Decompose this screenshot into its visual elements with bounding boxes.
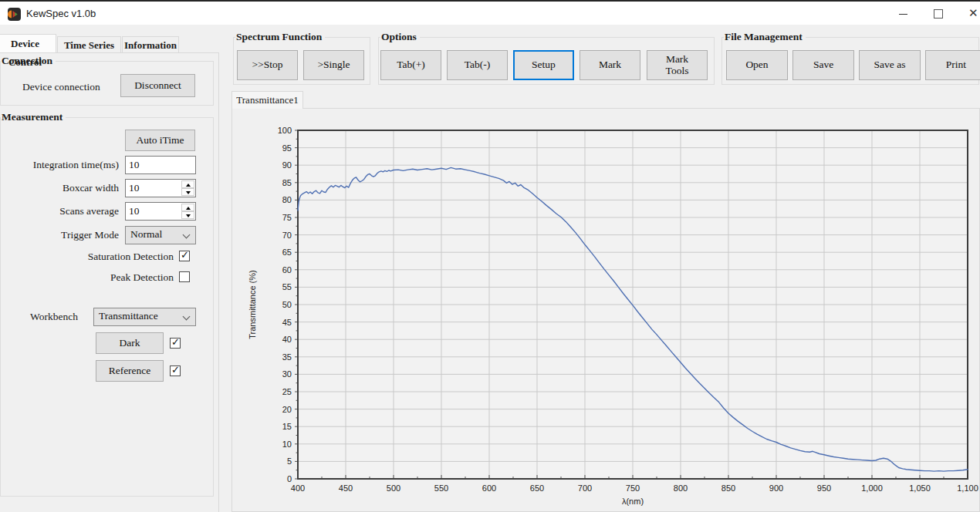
- svg-text:85: 85: [282, 178, 292, 187]
- disconnect-button-label: Disconnect: [134, 80, 181, 92]
- setup-button[interactable]: Setup: [513, 50, 574, 80]
- tab-plus-button[interactable]: Tab(+): [380, 50, 441, 80]
- svg-text:450: 450: [339, 483, 353, 493]
- mark-button[interactable]: Mark: [580, 50, 640, 80]
- svg-text:10: 10: [282, 440, 292, 449]
- svg-text:55: 55: [282, 282, 292, 291]
- svg-text:25: 25: [282, 387, 292, 396]
- file-management-legend: File Management: [724, 31, 806, 43]
- scans-average-stepper: [125, 202, 196, 221]
- tab-information[interactable]: Information: [122, 36, 179, 52]
- tab-minus-button[interactable]: Tab(-): [447, 50, 508, 80]
- measurement-legend: Measurement: [1, 111, 66, 123]
- svg-text:600: 600: [482, 483, 496, 493]
- svg-text:15: 15: [282, 422, 292, 431]
- spectrum-function-groupbox: Spectrum Function >>Stop >Single: [233, 37, 370, 85]
- trigger-mode-select[interactable]: Normal: [125, 226, 196, 244]
- svg-text:35: 35: [282, 352, 292, 362]
- svg-text:800: 800: [674, 483, 688, 493]
- tab-information-label: Information: [124, 39, 177, 51]
- auto-itime-label: Auto iTime: [136, 135, 184, 147]
- workbench-value: Transmittance: [99, 310, 158, 322]
- svg-text:90: 90: [282, 160, 292, 170]
- tab-device-control[interactable]: Device Control: [0, 34, 56, 52]
- svg-text:45: 45: [282, 318, 292, 327]
- spinner-down-icon: [186, 214, 191, 217]
- boxcar-spin-up-button[interactable]: [181, 180, 194, 188]
- mark-button-label: Mark: [599, 59, 621, 71]
- svg-text:0: 0: [287, 474, 292, 483]
- integration-time-input[interactable]: [125, 156, 196, 174]
- reference-button[interactable]: Reference: [96, 360, 164, 382]
- scans-average-label: Scans average: [7, 205, 119, 217]
- options-groupbox: Options Tab(+) Tab(-) Setup Mark Mark To…: [378, 37, 715, 85]
- y-axis-title: Transmittance (%): [248, 270, 257, 339]
- svg-text:1,100: 1,100: [957, 483, 978, 493]
- svg-text:50: 50: [282, 300, 292, 309]
- tab-transmittance1[interactable]: Transmittance1: [231, 91, 303, 109]
- chevron-down-icon: [183, 313, 191, 321]
- chart-panel: 4004505005506006507007508008509009501,00…: [231, 108, 980, 512]
- trigger-mode-label: Trigger Mode: [7, 229, 119, 241]
- svg-text:100: 100: [278, 126, 292, 135]
- minimize-button[interactable]: [885, 2, 921, 26]
- single-button[interactable]: >Single: [303, 50, 364, 80]
- boxcar-width-input[interactable]: [126, 180, 180, 197]
- svg-text:30: 30: [282, 369, 292, 379]
- saturation-detection-checkbox[interactable]: [179, 251, 190, 261]
- close-icon: ✕: [968, 6, 978, 20]
- peak-detection-checkbox[interactable]: [179, 271, 190, 282]
- dark-checkbox[interactable]: [170, 338, 181, 349]
- open-button[interactable]: Open: [726, 50, 788, 80]
- boxcar-spin-buttons: [181, 180, 194, 196]
- save-button[interactable]: Save: [792, 50, 854, 80]
- stop-button-label: >>Stop: [252, 59, 283, 71]
- svg-text:400: 400: [291, 483, 305, 493]
- boxcar-width-label: Boxcar width: [7, 182, 119, 194]
- device-connection-label: Device connection: [22, 81, 100, 93]
- scans-spin-up-button[interactable]: [181, 204, 194, 211]
- workbench-label: Workbench: [7, 311, 78, 323]
- svg-text:40: 40: [282, 335, 292, 344]
- chevron-down-icon: [183, 231, 191, 239]
- stop-button[interactable]: >>Stop: [237, 50, 298, 80]
- print-button-label: Print: [946, 59, 966, 71]
- svg-text:1,000: 1,000: [861, 483, 883, 493]
- app-logo-icon: [8, 8, 21, 21]
- workbench-select[interactable]: Transmittance: [93, 308, 196, 326]
- print-button[interactable]: Print: [925, 50, 980, 80]
- close-button[interactable]: ✕: [956, 2, 980, 26]
- dark-button-label: Dark: [120, 338, 140, 349]
- spinner-down-icon: [186, 191, 191, 194]
- svg-text:700: 700: [578, 483, 592, 493]
- mark-tools-button[interactable]: Mark Tools: [647, 50, 708, 80]
- maximize-button[interactable]: [921, 2, 956, 26]
- spinner-up-icon: [186, 184, 191, 187]
- reference-checkbox[interactable]: [170, 365, 181, 376]
- tab-time-series-label: Time Series: [64, 39, 114, 51]
- trigger-mode-value: Normal: [130, 228, 162, 240]
- svg-text:5: 5: [287, 456, 292, 466]
- svg-text:95: 95: [282, 143, 292, 153]
- disconnect-button[interactable]: Disconnect: [120, 74, 195, 97]
- measurement-groupbox: Measurement Auto iTime Integration time(…: [0, 117, 214, 497]
- options-legend: Options: [380, 31, 420, 43]
- mark-tools-label: Mark Tools: [658, 54, 696, 77]
- peak-detection-label: Peak Detection: [7, 271, 174, 284]
- title-bar: KewSpec v1.0b ✕: [0, 0, 980, 25]
- svg-text:650: 650: [530, 483, 544, 493]
- scans-average-input[interactable]: [126, 203, 180, 220]
- scans-spin-down-button[interactable]: [181, 211, 194, 219]
- svg-text:60: 60: [282, 265, 292, 275]
- svg-text:500: 500: [387, 483, 400, 493]
- auto-itime-button[interactable]: Auto iTime: [125, 130, 195, 151]
- svg-text:550: 550: [434, 483, 448, 493]
- open-button-label: Open: [745, 59, 768, 71]
- dark-button[interactable]: Dark: [96, 332, 164, 354]
- save-as-button[interactable]: Save as: [859, 50, 921, 80]
- window-title: KewSpec v1.0b: [26, 2, 96, 26]
- tab-time-series[interactable]: Time Series: [57, 36, 121, 52]
- svg-text:950: 950: [817, 483, 831, 493]
- tab-transmittance1-label: Transmittance1: [236, 94, 298, 106]
- boxcar-spin-down-button[interactable]: [181, 188, 194, 196]
